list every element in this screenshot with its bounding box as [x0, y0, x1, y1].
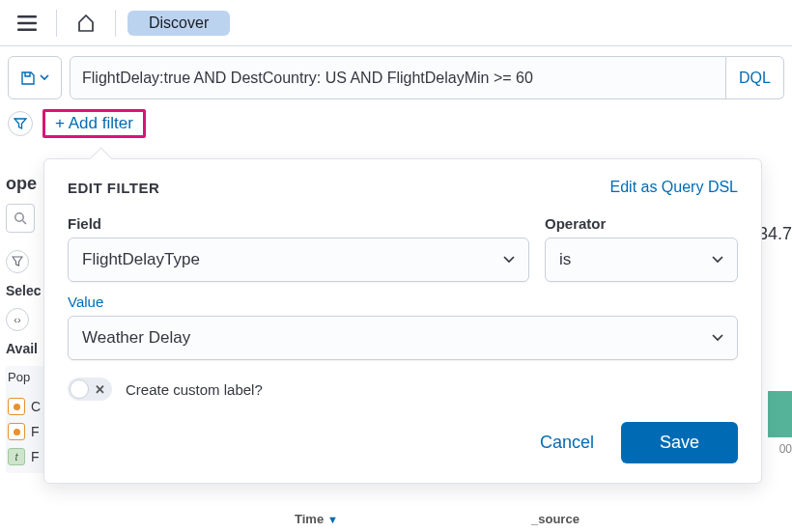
column-time[interactable]: Time ▼: [295, 512, 338, 526]
popover-title: EDIT FILTER: [68, 180, 159, 196]
close-icon: ✕: [95, 382, 105, 397]
toggle-knob: [70, 379, 89, 399]
svg-line-4: [23, 221, 27, 225]
saved-query-button[interactable]: [8, 56, 62, 99]
list-item[interactable]: C: [8, 394, 46, 419]
edit-as-dsl-link[interactable]: Edit as Query DSL: [610, 179, 739, 196]
operator-select[interactable]: is: [545, 238, 738, 282]
geo-icon: [8, 398, 25, 415]
query-input[interactable]: FlightDelay:true AND DestCountry: US AND…: [70, 56, 726, 99]
source-field-button[interactable]: ‹›: [6, 308, 29, 331]
hit-count-fragment: 34.7: [758, 224, 792, 244]
field-label: C: [31, 399, 41, 414]
field-select[interactable]: FlightDelayType: [68, 238, 529, 282]
custom-label-text: Create custom label?: [126, 381, 263, 398]
field-label: F: [31, 449, 40, 464]
geo-icon: [8, 423, 25, 440]
custom-label-toggle[interactable]: ✕: [68, 378, 112, 401]
value-select-value: Weather Delay: [82, 328, 190, 348]
menu-button[interactable]: [10, 6, 44, 41]
sort-desc-icon: ▼: [327, 514, 338, 525]
field-label: Field: [68, 215, 529, 232]
svg-rect-2: [17, 28, 37, 31]
svg-rect-1: [17, 21, 37, 24]
table-header-row: Time ▼ _source: [295, 512, 580, 526]
edit-filter-popover: EDIT FILTER Edit as Query DSL Field Flig…: [43, 158, 762, 484]
filter-icon: [12, 256, 23, 267]
divider: [56, 10, 57, 37]
search-icon: [14, 211, 27, 225]
dql-toggle-button[interactable]: DQL: [726, 56, 784, 99]
field-label: F: [31, 424, 40, 439]
field-search-input[interactable]: [6, 204, 35, 233]
axis-label-fragment: 00: [779, 442, 792, 456]
value-select[interactable]: Weather Delay: [68, 316, 738, 360]
popular-fields-group: Pop C F t F: [6, 366, 48, 473]
list-item[interactable]: t F: [8, 444, 46, 469]
breadcrumb-discover[interactable]: Discover: [127, 11, 230, 36]
filter-fields-button[interactable]: [6, 250, 29, 273]
chevron-down-icon: [503, 256, 515, 264]
add-filter-button[interactable]: + Add filter: [55, 114, 133, 132]
value-label: Value: [68, 294, 738, 310]
chevron-down-icon: [40, 74, 49, 81]
chevron-down-icon: [712, 334, 723, 342]
top-bar: Discover: [0, 0, 792, 46]
svg-rect-0: [17, 15, 37, 18]
histogram-bar: [768, 391, 792, 437]
filter-row: + Add filter: [0, 99, 792, 148]
save-icon: [20, 70, 36, 86]
operator-select-value: is: [559, 250, 571, 269]
available-fields-heading: Avail: [6, 341, 48, 356]
chevron-down-icon: [712, 256, 723, 264]
text-icon: t: [8, 448, 25, 465]
filter-settings-button[interactable]: [8, 111, 33, 136]
operator-label: Operator: [545, 215, 738, 232]
column-source[interactable]: _source: [531, 512, 580, 526]
cancel-button[interactable]: Cancel: [540, 433, 594, 453]
index-pattern-trunc: ope: [6, 174, 48, 194]
home-icon: [76, 14, 96, 33]
code-icon: ‹›: [14, 314, 20, 325]
home-button[interactable]: [69, 6, 103, 41]
query-bar: FlightDelay:true AND DestCountry: US AND…: [0, 46, 792, 99]
hamburger-icon: [17, 15, 37, 31]
save-button[interactable]: Save: [621, 422, 738, 463]
svg-point-3: [15, 213, 23, 221]
sidebar: ope Selec ‹› Avail Pop C F t F: [6, 174, 48, 473]
list-item[interactable]: F: [8, 419, 46, 444]
filter-icon: [14, 117, 27, 130]
popular-heading: Pop: [8, 370, 46, 384]
selected-fields-heading: Selec: [6, 283, 48, 298]
field-select-value: FlightDelayType: [82, 250, 200, 269]
divider: [115, 10, 116, 37]
add-filter-highlight: + Add filter: [42, 109, 146, 138]
